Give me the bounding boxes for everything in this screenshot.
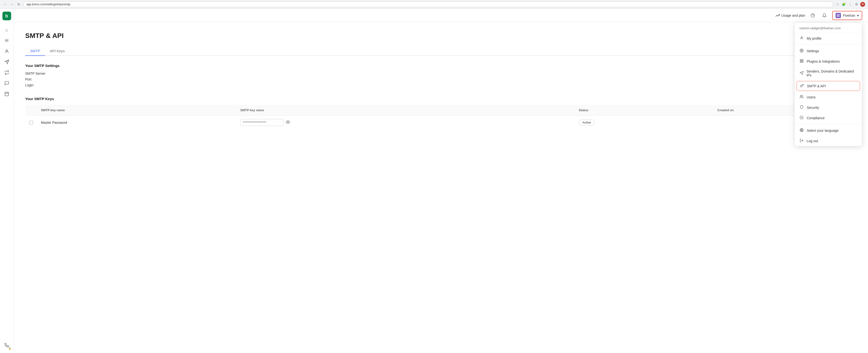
- dropdown-item-plugins[interactable]: Plugins & Integrations: [795, 56, 862, 67]
- sidebar-item-share[interactable]: [2, 68, 11, 77]
- key-value-container: [240, 119, 571, 126]
- tab-api-keys[interactable]: API Keys: [45, 46, 70, 56]
- svg-rect-11: [837, 16, 838, 17]
- svg-rect-2: [5, 92, 8, 96]
- smtp-login-field: Login: [25, 83, 857, 87]
- browser-user-avatar[interactable]: H: [860, 2, 865, 7]
- dropdown-item-compliance[interactable]: Compliance: [795, 113, 862, 123]
- col-status: Status: [575, 105, 713, 115]
- svg-point-14: [801, 50, 802, 51]
- dropdown-item-my-profile[interactable]: My profile: [795, 33, 862, 43]
- svg-rect-8: [837, 14, 838, 15]
- help-button[interactable]: [809, 11, 817, 19]
- status-badge: Active: [579, 119, 595, 126]
- window-icon[interactable]: ⧉: [854, 2, 859, 7]
- browser-icons: ☆ 🧩 ⋮ ⧉ H: [835, 2, 865, 7]
- svg-rect-9: [839, 14, 840, 15]
- smtp-settings-section: Your SMTP Settings SMTP Server Port Logi…: [25, 64, 857, 87]
- usage-plan-label: Usage and plan: [781, 13, 805, 17]
- chevron-down-icon: ▾: [857, 13, 859, 17]
- sidebar-item-automation[interactable]: [2, 57, 11, 67]
- dropdown-email: rashmi.nadiger@fivetran.com: [795, 23, 862, 33]
- bell-icon: [822, 13, 827, 17]
- tab-smtp[interactable]: SMTP: [25, 46, 45, 56]
- account-button[interactable]: Fivetran ▾: [832, 11, 862, 20]
- dropdown-divider-1: [795, 44, 862, 45]
- refresh-button[interactable]: ↻: [17, 2, 21, 7]
- account-icon: [836, 13, 841, 18]
- dropdown-item-senders[interactable]: Senders, Domains & Dedicated IPs: [795, 67, 862, 80]
- dropdown-item-security[interactable]: Security: [795, 102, 862, 113]
- language-menu-icon: [800, 128, 804, 133]
- help-icon: [811, 13, 815, 17]
- notifications-button[interactable]: [820, 11, 828, 19]
- address-bar[interactable]: app.brevo.com/settings/keys/smtp: [23, 1, 833, 7]
- logout-menu-icon: [800, 139, 804, 143]
- dropdown-item-settings[interactable]: Settings: [795, 46, 862, 56]
- svg-rect-17: [802, 61, 803, 62]
- key-value-input[interactable]: [240, 119, 284, 126]
- usage-plan-button[interactable]: Usage and plan: [775, 13, 805, 17]
- row-checkbox[interactable]: [29, 121, 33, 125]
- settings-menu-icon: [800, 48, 804, 53]
- account-dropdown-menu: rashmi.nadiger@fivetran.com My profile S…: [795, 22, 862, 146]
- back-button[interactable]: ←: [3, 2, 8, 7]
- svg-point-0: [6, 49, 7, 51]
- smtp-server-field: SMTP Server: [25, 72, 857, 75]
- sidebar-item-messages[interactable]: [2, 78, 11, 88]
- dropdown-item-users[interactable]: Users: [795, 92, 862, 102]
- svg-point-13: [801, 37, 802, 38]
- extension-icon[interactable]: 🧩: [841, 2, 846, 7]
- row-status-cell: Active: [575, 115, 713, 130]
- url-text: app.brevo.com/settings/keys/smtp: [26, 3, 70, 6]
- browser-chrome: ← → ↻ app.brevo.com/settings/keys/smtp ☆…: [0, 0, 868, 9]
- smtp-keys-section: Your SMTP Keys SMTP key name SMTP key va…: [25, 97, 857, 130]
- bookmark-icon[interactable]: ☆: [835, 2, 840, 7]
- users-menu-icon: [800, 95, 804, 99]
- sidebar-item-home[interactable]: ⌂: [2, 25, 11, 35]
- account-name-label: Fivetran: [843, 13, 855, 17]
- col-checkbox: [25, 105, 37, 115]
- profile-menu-icon: [800, 36, 804, 41]
- sidebar-item-campaigns[interactable]: ✉: [2, 36, 11, 45]
- forward-button[interactable]: →: [10, 2, 14, 7]
- sidebar-item-contacts[interactable]: [2, 46, 11, 56]
- smtp-menu-icon: [800, 84, 804, 88]
- dropdown-item-logout[interactable]: Log out: [795, 136, 862, 146]
- col-name: SMTP key name: [37, 105, 237, 115]
- brevo-logo[interactable]: b: [2, 11, 11, 20]
- row-checkbox-cell: [25, 115, 37, 130]
- smtp-keys-title: Your SMTP Keys: [25, 97, 857, 101]
- app-layout: b ⌂ ✉ 🔒 Usage and plan: [0, 9, 868, 353]
- main-area: Usage and plan Fivetran ▾ SMTP & API: [13, 9, 868, 353]
- svg-marker-19: [800, 71, 803, 74]
- sidebar-item-calendar[interactable]: [2, 89, 11, 99]
- page-content: SMTP & API SMTP API Keys Your SMTP Setti…: [13, 22, 868, 353]
- sidebar-item-phone[interactable]: 🔒: [2, 341, 11, 350]
- eye-icon: [286, 120, 290, 124]
- svg-rect-18: [800, 61, 801, 62]
- row-value-cell: [237, 115, 575, 130]
- security-menu-icon: [800, 105, 804, 110]
- lock-overlay-icon: 🔒: [8, 347, 11, 350]
- toggle-visibility-button[interactable]: [286, 120, 290, 125]
- dropdown-item-smtp-api[interactable]: SMTP & API: [797, 81, 860, 91]
- usage-plan-icon: [775, 13, 780, 17]
- top-header: Usage and plan Fivetran ▾: [13, 9, 868, 22]
- senders-menu-icon: [800, 71, 804, 76]
- svg-rect-15: [800, 60, 801, 61]
- smtp-port-field: Port: [25, 77, 857, 81]
- dropdown-item-language[interactable]: Select your language: [795, 125, 862, 136]
- plugins-menu-icon: [800, 59, 804, 64]
- smtp-settings-title: Your SMTP Settings: [25, 64, 857, 68]
- smtp-keys-table: SMTP key name SMTP key value Status Crea…: [25, 105, 857, 130]
- col-value: SMTP key value: [237, 105, 575, 115]
- table-row: Master Password: [25, 115, 857, 130]
- table-header-row: SMTP key name SMTP key value Status Crea…: [25, 105, 857, 115]
- row-name-cell: Master Password: [37, 115, 237, 130]
- page-title: SMTP & API: [25, 32, 857, 40]
- svg-rect-10: [839, 16, 840, 17]
- sidebar: b ⌂ ✉ 🔒: [0, 9, 13, 353]
- compliance-menu-icon: [800, 115, 804, 120]
- profile-icon[interactable]: ⋮: [848, 2, 852, 7]
